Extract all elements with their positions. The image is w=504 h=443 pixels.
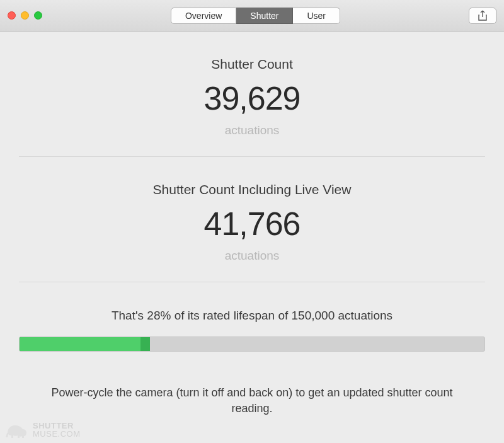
share-icon: [478, 10, 488, 21]
lifespan-section: That's 28% of its rated lifespan of 150,…: [19, 282, 485, 367]
elephant-icon: [4, 420, 29, 439]
tab-overview[interactable]: Overview: [171, 8, 236, 24]
shutter-count-live-section: Shutter Count Including Live View 41,766…: [19, 157, 485, 282]
shutter-count-section: Shutter Count 39,629 actuations: [19, 32, 485, 156]
watermark: SHUTTER MUSE.COM: [4, 420, 81, 439]
tab-shutter[interactable]: Shutter: [236, 8, 293, 24]
titlebar: Overview Shutter User: [0, 0, 504, 32]
lifespan-text: That's 28% of its rated lifespan of 150,…: [19, 309, 485, 323]
shutter-count-unit: actuations: [19, 124, 485, 137]
shutter-count-live-title: Shutter Count Including Live View: [19, 182, 485, 197]
content: Shutter Count 39,629 actuations Shutter …: [0, 32, 504, 417]
close-button[interactable]: [8, 11, 16, 20]
minimize-button[interactable]: [21, 11, 29, 20]
watermark-text: SHUTTER MUSE.COM: [33, 422, 81, 438]
shutter-count-live-value: 41,766: [19, 205, 485, 243]
tab-user[interactable]: User: [293, 8, 340, 24]
traffic-lights: [8, 11, 42, 20]
maximize-button[interactable]: [34, 11, 42, 20]
lifespan-progress-fill: [20, 337, 140, 351]
shutter-count-live-unit: actuations: [19, 249, 485, 263]
lifespan-progress-bar: [19, 337, 485, 352]
shutter-count-value: 39,629: [19, 79, 485, 117]
tab-group: Overview Shutter User: [171, 8, 340, 24]
footer-text: Power-cycle the camera (turn it off and …: [19, 367, 485, 417]
share-button[interactable]: [469, 8, 496, 24]
shutter-count-title: Shutter Count: [19, 57, 485, 72]
